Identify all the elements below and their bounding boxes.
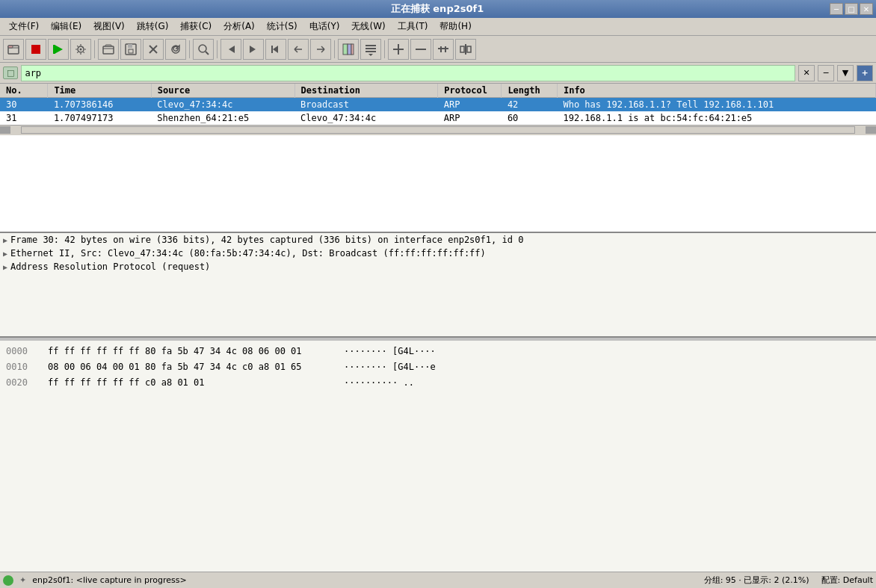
col-protocol[interactable]: Protocol (438, 84, 502, 98)
filter-clear-button[interactable]: ✕ (798, 65, 815, 81)
filter-input[interactable] (21, 65, 795, 81)
detail-arp-text: Address Resolution Protocol (request) (10, 261, 210, 272)
menu-stats[interactable]: 统计(S) (261, 19, 303, 34)
hex-offset: 0000 (6, 344, 36, 359)
col-info[interactable]: Info (557, 84, 875, 98)
menu-analyze[interactable]: 分析(A) (218, 19, 261, 34)
hex-offset: 0020 (6, 376, 36, 390)
auto-scroll-button[interactable] (360, 39, 381, 60)
menu-capture[interactable]: 捕获(C) (174, 19, 218, 34)
menu-view[interactable]: 视图(V) (87, 19, 131, 34)
open-file-button[interactable] (3, 39, 24, 60)
svg-rect-2 (31, 45, 40, 54)
hex-row: 0010 08 00 06 04 00 01 80 fa 5b 47 34 4c… (3, 359, 873, 375)
menu-edit[interactable]: 编辑(E) (45, 19, 87, 34)
reload-button[interactable] (165, 39, 186, 60)
svg-rect-21 (351, 44, 354, 55)
menu-goto[interactable]: 跳转(G) (131, 19, 175, 34)
menu-help[interactable]: 帮助(H) (434, 19, 477, 34)
svg-rect-27 (398, 44, 399, 55)
status-profile: 配置: Default (821, 575, 873, 586)
svg-rect-23 (365, 48, 376, 49)
hex-bytes: 08 00 06 04 00 01 80 fa 5b 47 34 4c c0 a… (48, 360, 332, 374)
go-forward-button[interactable] (310, 39, 331, 60)
separator-5 (384, 40, 385, 58)
packet-table: No. Time Source Destination Protocol Len… (0, 84, 876, 125)
open-button[interactable] (98, 39, 119, 60)
col-destination[interactable]: Destination (294, 84, 438, 98)
cell-time: 1.707386146 (48, 98, 151, 111)
hex-row: 0020 ff ff ff ff ff ff c0 a8 01 01 ·····… (3, 375, 873, 391)
close-button[interactable]: ✕ (860, 3, 873, 15)
restart-capture-button[interactable] (48, 39, 69, 60)
hex-ascii: ········ [G4L···e (344, 360, 436, 374)
packet-tbody: 30 1.707386146 Clevo_47:34:4c Broadcast … (0, 98, 876, 125)
svg-marker-25 (368, 54, 373, 56)
cell-no: 30 (0, 98, 48, 111)
menu-phone[interactable]: 电话(Y) (303, 19, 346, 34)
menu-tools[interactable]: 工具(T) (392, 19, 434, 34)
packet-table-header: No. Time Source Destination Protocol Len… (0, 84, 876, 98)
detail-row-ethernet[interactable]: ▶ Ethernet II, Src: Clevo_47:34:4c (80:f… (0, 247, 876, 260)
table-row[interactable]: 31 1.707497173 Shenzhen_64:21:e5 Clevo_4… (0, 111, 876, 125)
expand-frame-icon: ▶ (3, 236, 7, 244)
window-controls[interactable]: ─ □ ✕ (830, 3, 873, 15)
menu-wireless[interactable]: 无线(W) (345, 19, 391, 34)
detail-row-frame[interactable]: ▶ Frame 30: 42 bytes on wire (336 bits),… (0, 233, 876, 247)
window-title: 正在捕获 enp2s0f1 (45, 2, 830, 16)
scrollbar-track[interactable] (21, 126, 855, 134)
hex-ascii: ········ [G4L···· (344, 344, 436, 359)
go-first-button[interactable] (265, 39, 286, 60)
svg-rect-35 (467, 46, 471, 52)
packet-list[interactable]: No. Time Source Destination Protocol Len… (0, 84, 876, 233)
cell-destination: Broadcast (294, 98, 438, 111)
separator-3 (217, 40, 218, 58)
hex-offset: 0010 (6, 360, 36, 374)
col-time[interactable]: Time (48, 84, 151, 98)
cell-length: 60 (502, 111, 558, 125)
svg-rect-32 (445, 46, 446, 52)
cell-no: 31 (0, 111, 48, 125)
resize-columns-button[interactable] (455, 39, 476, 60)
hex-bytes: ff ff ff ff ff ff c0 a8 01 01 (48, 376, 332, 390)
status-bar: ✦ enp2s0f1: <live capture in progress> 分… (0, 572, 876, 588)
svg-marker-15 (229, 46, 235, 53)
svg-rect-7 (103, 46, 114, 54)
menu-file[interactable]: 文件(F) (3, 19, 45, 34)
separator-1 (94, 40, 95, 58)
save-button[interactable] (120, 39, 141, 60)
svg-rect-22 (365, 45, 376, 46)
svg-point-6 (80, 48, 82, 50)
maximize-button[interactable]: □ (845, 3, 858, 15)
zoom-out-button[interactable] (410, 39, 431, 60)
cell-length: 42 (502, 98, 558, 111)
stop-capture-button[interactable] (25, 39, 46, 60)
table-row[interactable]: 30 1.707386146 Clevo_47:34:4c Broadcast … (0, 98, 876, 111)
svg-rect-28 (416, 49, 426, 50)
find-button[interactable] (193, 39, 214, 60)
filter-dropdown-button[interactable]: ▼ (837, 65, 854, 81)
cell-protocol: ARP (438, 98, 502, 111)
cell-protocol: ARP (438, 111, 502, 125)
prev-packet-button[interactable] (220, 39, 241, 60)
packet-list-scrollbar[interactable] (0, 125, 876, 135)
status-packets: 分组: 95 · 已显示: 2 (2.1%) (704, 575, 809, 586)
capture-options-button[interactable] (70, 39, 91, 60)
close-capture-button[interactable] (143, 39, 164, 60)
col-no[interactable]: No. (0, 84, 48, 98)
zoom-100-button[interactable] (433, 39, 454, 60)
col-length[interactable]: Length (502, 84, 558, 98)
filter-bookmark-button[interactable]: ─ (818, 65, 834, 81)
detail-row-arp[interactable]: ▶ Address Resolution Protocol (request) (0, 260, 876, 273)
svg-rect-19 (343, 44, 348, 55)
zoom-in-button[interactable] (388, 39, 409, 60)
go-back-button[interactable] (288, 39, 309, 60)
filter-add-button[interactable]: + (857, 65, 873, 81)
next-packet-button[interactable] (243, 39, 264, 60)
minimize-button[interactable]: ─ (830, 3, 843, 15)
detail-ethernet-text: Ethernet II, Src: Clevo_47:34:4c (80:fa:… (10, 248, 486, 259)
colorize-button[interactable] (338, 39, 359, 60)
svg-rect-10 (129, 49, 133, 53)
col-source[interactable]: Source (151, 84, 294, 98)
cell-destination: Clevo_47:34:4c (294, 111, 438, 125)
